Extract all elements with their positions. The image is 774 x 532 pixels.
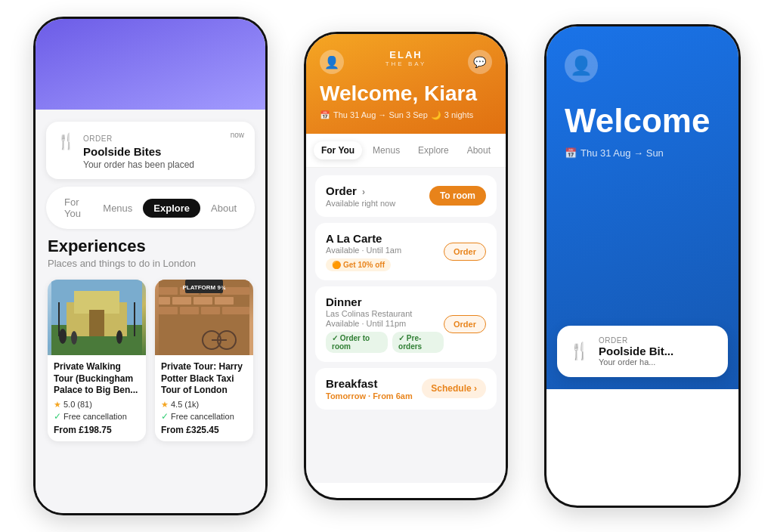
svg-point-7 [59,329,67,344]
p3-order-label: ORDER [599,336,716,345]
moon-icon: 🌙 [431,110,441,120]
navigation-tabs: For You Menus Explore About [46,187,255,229]
breakfast-card[interactable]: Breakfast Tomorrow · From 6am Schedule › [315,368,497,410]
svg-rect-21 [180,307,199,314]
experience-card-2[interactable]: PLATFORM 9¾ Private Tour: Harry Potter B… [155,280,253,441]
tab-menus[interactable]: Menus [92,199,143,218]
experiences-list: Private Walking Tour (Buckingham Palace … [36,280,265,441]
phone-2: 👤 ELAH THE BAY 💬 Welcome, Kiara 📅 Thu 31… [304,32,508,500]
section-subtitle: Places and things to do in London [48,258,253,269]
dinner-title: Dinner [326,295,444,308]
date-range: 📅 Thu 31 Aug → Sun 3 Sep 🌙 3 nights [320,110,492,120]
dinner-info: Dinner Las Colinas Restaurant Available … [326,295,444,353]
experience-image-wrap-1 [48,280,146,355]
experience-price-1: From £198.75 [54,425,140,435]
section-title: Experiences [48,237,253,256]
calendar-icon: 📅 [320,110,330,120]
pre-orders-tag: ✓ Pre-orders [392,332,444,353]
schedule-button[interactable]: Schedule › [422,379,486,398]
to-room-button[interactable]: To room [429,186,486,206]
phone2-navigation-tabs: For You Menus Explore About [306,134,506,168]
phone-3: 👤 Welcome 📅 Thu 31 Aug → Sun 🍴 ORDER Poo… [544,24,741,508]
p3-dates: Thu 31 Aug → Sun [580,147,664,159]
a-la-carte-info: A La Carte Available · Until 1am 🟠 Get 1… [326,232,401,271]
experience-card-1[interactable]: Private Walking Tour (Buckingham Palace … [48,280,146,441]
a-la-carte-order-button[interactable]: Order [444,243,486,261]
p3-order-card[interactable]: 🍴 ORDER Poolside Bit... Your order ha... [557,326,728,377]
welcome-greeting: Welcome, Kiara [320,82,492,106]
p3-avatar-icon[interactable]: 👤 [565,49,598,82]
p2-tab-about[interactable]: About [460,141,498,159]
a-la-carte-card[interactable]: A La Carte Available · Until 1am 🟠 Get 1… [315,223,497,280]
p3-fork-knife-icon: 🍴 [569,342,590,361]
cancellation-badge-2: ✓ Free cancellation [161,411,247,422]
experience-rating-2: ★ 4.5 (1k) [161,400,247,410]
svg-rect-17 [172,297,191,305]
experience-info-1: Private Walking Tour (Buckingham Palace … [48,355,146,441]
svg-rect-23 [222,307,249,314]
svg-rect-22 [201,307,220,314]
tab-about[interactable]: About [200,199,247,218]
breakfast-header: Breakfast Tomorrow · From 6am Schedule › [326,377,486,401]
order-menu-card[interactable]: Order › Available right now To room [315,175,497,217]
elah-logo: ELAH THE BAY [385,49,427,67]
phone1-content: 🍴 ORDER now Poolside Bites Your order ha… [36,110,265,515]
phone1-header [36,19,265,110]
tab-for-you[interactable]: For You [54,193,92,223]
p2-tab-explore[interactable]: Explore [410,141,457,159]
phone2-header: 👤 ELAH THE BAY 💬 Welcome, Kiara 📅 Thu 31… [306,34,506,134]
breakfast-info: Breakfast Tomorrow · From 6am [326,377,413,401]
dinner-order-button[interactable]: Order [444,315,486,333]
chat-icon[interactable]: 💬 [468,50,492,74]
cancellation-badge-1: ✓ Free cancellation [54,411,140,422]
buckingham-palace-image [48,280,146,355]
order-meta-row: ORDER now [83,131,244,144]
order-restaurant-name: Poolside Bites [83,145,244,158]
cancellation-text-2: Free cancellation [171,412,234,421]
a-la-carte-header: A La Carte Available · Until 1am 🟠 Get 1… [326,232,486,271]
svg-point-8 [71,331,77,345]
order-card-title: Order › [326,184,365,197]
experience-name-1: Private Walking Tour (Buckingham Palace … [54,361,140,397]
cancellation-text-1: Free cancellation [63,412,127,421]
order-to-room-tag: ✓ Order to room [326,332,388,353]
discount-check-icon: 🟠 [332,261,341,269]
tab-explore[interactable]: Explore [143,199,200,218]
svg-rect-20 [159,307,178,314]
rating-value-1: 5.0 [63,400,75,409]
svg-rect-18 [194,297,212,305]
avatar-icon[interactable]: 👤 [320,50,344,74]
order-card-header: Order › Available right now To room [326,184,486,208]
check-icon-2: ✓ [161,411,169,422]
order-card-subtitle: Available right now [326,199,395,208]
p2-tab-for-you[interactable]: For You [314,141,362,159]
dinner-header: Dinner Las Colinas Restaurant Available … [326,295,486,353]
order-label: ORDER [83,135,113,143]
p3-welcome-text: Welcome [565,104,720,138]
order-status: Your order has been placed [83,159,244,170]
dinner-card[interactable]: Dinner Las Colinas Restaurant Available … [315,286,497,362]
dinner-restaurant: Las Colinas Restaurant [326,309,444,318]
order-card-title-wrap: Order › Available right now [326,184,395,208]
p3-calendar-icon: 📅 [565,147,577,159]
svg-point-9 [116,330,122,344]
p3-date-range: 📅 Thu 31 Aug → Sun [565,147,720,159]
svg-rect-12 [159,287,178,295]
p3-order-content: ORDER Poolside Bit... Your order ha... [599,336,716,367]
order-notification-card[interactable]: 🍴 ORDER now Poolside Bites Your order ha… [46,122,255,179]
harry-potter-image: PLATFORM 9¾ [155,280,253,355]
dinner-availability: Available · Until 11pm [326,319,444,328]
phone2-header-icons: 👤 ELAH THE BAY 💬 [320,49,492,75]
order-timestamp: now [231,131,244,139]
svg-rect-15 [222,287,249,295]
svg-rect-4 [89,310,104,336]
phone-1: 🍴 ORDER now Poolside Bites Your order ha… [33,17,268,515]
elah-sub-text: THE BAY [385,60,427,67]
star-icon-1: ★ [54,400,61,410]
dates-text: Thu 31 Aug → Sun 3 Sep [333,110,428,119]
star-icon-2: ★ [161,400,169,410]
p2-tab-menus[interactable]: Menus [365,141,407,159]
experience-info-2: Private Tour: Harry Potter Black Taxi To… [155,355,253,441]
a-la-carte-subtitle: Available · Until 1am [326,246,401,255]
review-count-1: (81) [77,400,92,409]
